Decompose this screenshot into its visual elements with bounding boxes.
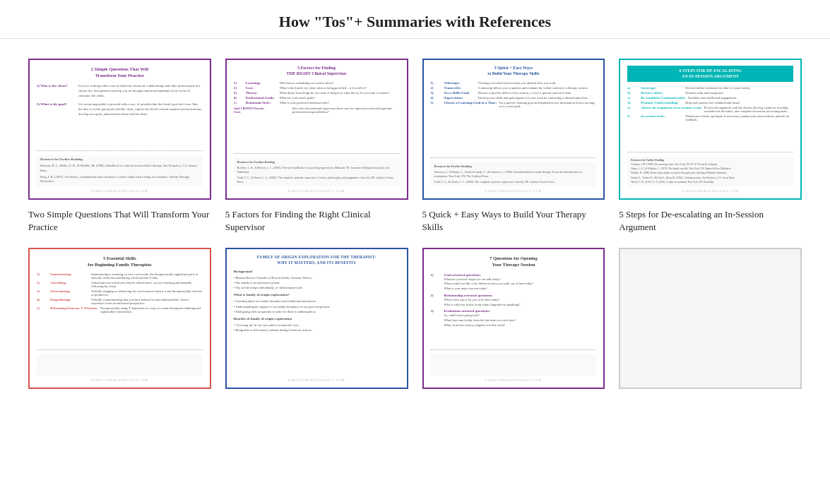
card-1-resources: Resources for Further Reading Duncan, B.…: [37, 155, 203, 186]
card-5-quick-ways[interactable]: 5 Quick + Easy Waysto Build Your Therapy…: [422, 59, 605, 234]
card-5-essential-skills[interactable]: 5 Essential Skillsfor Beginning Family T…: [28, 248, 211, 397]
card-5-image: 5 Essential Skillsfor Beginning Family T…: [28, 248, 211, 389]
card-2-caption: 5 Factors for Finding the Right Clinical…: [225, 208, 408, 234]
card-5-factors[interactable]: 5 Factors for FindingTHE RIGHT Clinical …: [225, 59, 408, 234]
card-1-image: 2 Simple Questions That WillTransform Yo…: [28, 59, 211, 200]
card-2-mini-title: 5 Factors for FindingTHE RIGHT Clinical …: [234, 66, 400, 77]
card-5-footer: FAMILYTHERAPYBASICS.COM: [37, 378, 203, 382]
card-2-footer: FAMILYTHERAPYBASICS.COM: [234, 189, 400, 193]
cards-row-2: 5 Essential Skillsfor Beginning Family T…: [0, 248, 830, 412]
card-2-image: 5 Factors for FindingTHE RIGHT Clinical …: [225, 59, 408, 200]
card-2-resources: Resources for Further Reading Borders, L…: [234, 158, 400, 186]
page-title: How "Tos"+ Summaries with References: [28, 13, 802, 31]
card-7-footer: FAMILYTHERAPYBASICS.COM: [431, 378, 597, 382]
card-family-of-origin[interactable]: FAMILY OF ORIGIN EXPLORATION FOR THE THE…: [225, 248, 408, 397]
card-4-resources: Resources for Further Reading Gottman, J…: [627, 157, 793, 187]
card-5-bottom: [37, 354, 203, 376]
card-1-caption: Two Simple Questions That Will Transform…: [28, 208, 211, 234]
card-5-mini-title: 5 Essential Skillsfor Beginning Family T…: [37, 255, 203, 268]
card-two-simple-questions[interactable]: 2 Simple Questions That WillTransform Yo…: [28, 59, 211, 234]
card-4-image: 6 STEPS FOR DE-ESCALATINGAN IN-SESSION A…: [619, 59, 802, 200]
card-3-resources: Resources for Further Reading Patterson,…: [431, 162, 597, 186]
card-6-image: FAMILY OF ORIGIN EXPLORATION FOR THE THE…: [225, 248, 408, 389]
card-3-caption: 5 Quick + Easy Ways to Build Your Therap…: [422, 208, 605, 234]
q2: 2) What is the goal? If it seems impossi…: [37, 102, 203, 116]
card-3-image: 5 Quick + Easy Waysto Build Your Therapy…: [422, 59, 605, 200]
card-4-caption: 5 Steps for De-escalating an In-Session …: [619, 208, 802, 234]
card-5-steps-deescalating[interactable]: 6 STEPS FOR DE-ESCALATINGAN IN-SESSION A…: [619, 59, 802, 234]
card-6-footer: FAMILYTHERAPYBASICS.COM: [234, 378, 400, 382]
card-8-placeholder: [619, 248, 802, 397]
card-6-mini-title: FAMILY OF ORIGIN EXPLORATION FOR THE THE…: [234, 255, 400, 265]
q1: 1) Who is the client? If you're working …: [37, 84, 203, 98]
card-4-footer: FAMILYTHERAPYBASICS.COM: [627, 189, 793, 193]
card-7-mini-title: 7 Questions for OpeningYour Therapy Sess…: [431, 255, 597, 268]
page-wrapper: How "Tos"+ Summaries with References 2 S…: [0, 0, 830, 412]
card-1-mini-title: 2 Simple Questions That WillTransform Yo…: [37, 66, 203, 78]
card-3-footer: FAMILYTHERAPYBASICS.COM: [431, 189, 597, 193]
page-header: How "Tos"+ Summaries with References: [0, 0, 830, 39]
card-3-mini-title: 5 Quick + Easy Waysto Build Your Therapy…: [431, 66, 597, 77]
card-7-questions[interactable]: 7 Questions for OpeningYour Therapy Sess…: [422, 248, 605, 397]
cards-row-1: 2 Simple Questions That WillTransform Yo…: [0, 52, 830, 248]
card-1-footer: FAMILYTHERAPYBASICS.COM: [37, 189, 203, 193]
card-8-image: [619, 248, 802, 389]
card-7-bottom: [431, 354, 597, 376]
card-4-mini-title: 6 STEPS FOR DE-ESCALATINGAN IN-SESSION A…: [627, 66, 793, 82]
card-7-image: 7 Questions for OpeningYour Therapy Sess…: [422, 248, 605, 389]
